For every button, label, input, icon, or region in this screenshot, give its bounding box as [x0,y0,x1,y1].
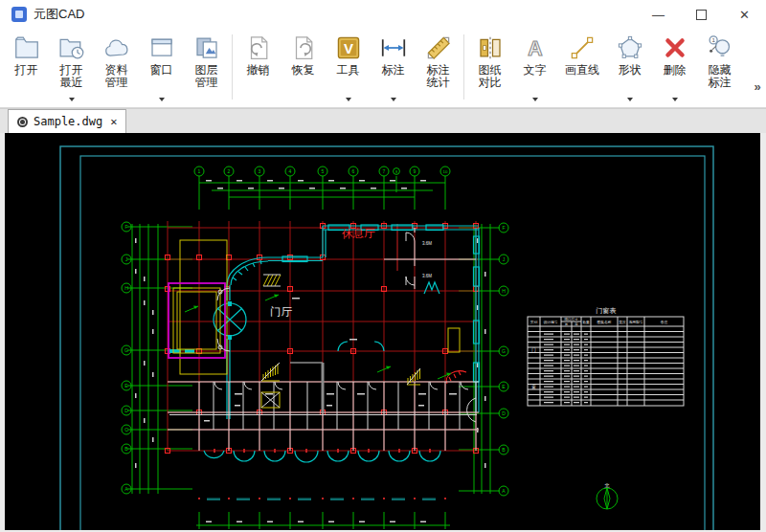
button-label: 撤销 [247,64,270,77]
dropdown-arrow-icon [627,98,633,104]
tools-button[interactable]: V 工具 [326,29,371,107]
dimension-strip-bottom [196,498,450,529]
svg-text:E: E [502,384,506,389]
svg-text:10: 10 [443,169,448,174]
open-recent-button[interactable]: 打开最近 [49,29,94,107]
dimension-button[interactable]: 标注 [371,29,416,107]
svg-text:页次: 页次 [619,320,626,324]
button-label: 管理 [105,77,128,89]
maximize-icon [696,10,707,20]
drawing-canvas[interactable]: 1 2 3 4 5 6 7 8 9 10 [5,133,760,530]
toolbar-group-file: 打开 打开最近 资料管理 [4,29,229,107]
app-window: 元图CAD — ✕ 打开 打开最近 [0,0,766,532]
window-menu-button[interactable]: 窗口 [139,29,184,107]
hide-annotation-button[interactable]: 1 隐藏标注 [697,29,742,107]
svg-text:4: 4 [289,168,292,174]
tab-close-icon[interactable]: ✕ [108,115,117,128]
rest-hall-label: 休息厅 [342,228,375,239]
dimension-icon [379,33,408,62]
svg-text:高: 高 [574,322,578,326]
toolbar-overflow-button[interactable]: » [752,79,763,94]
hide-annotation-icon: 1 [706,33,734,62]
shape-icon [616,33,644,62]
door-window-schedule: 门窗表 类别 设计编号 洞口尺寸 宽 高 数量 图集名称 页次 选用型号 备注 … [528,307,684,406]
dropdown-arrow-icon [69,98,75,104]
redo-button[interactable]: 恢复 [281,29,326,107]
button-label: 窗口 [150,64,173,77]
drawing-compare-button[interactable]: 图纸对比 [467,29,512,107]
ruler-icon [424,33,453,62]
tab-title: Sample.dwg [34,115,102,128]
svg-text:1: 1 [711,36,715,43]
svg-text:洞口尺寸: 洞口尺寸 [564,318,578,321]
shapes-button[interactable]: 形状 [607,29,652,107]
svg-text:F: F [124,224,127,230]
maximize-button[interactable] [680,0,723,29]
svg-text:G: G [124,347,128,353]
text-button[interactable]: A 文字 [512,29,557,107]
svg-text:选用型号: 选用型号 [628,320,642,324]
window-icon [147,33,176,62]
dropdown-arrow-icon [391,98,396,104]
text-icon: A [521,33,550,62]
button-label: 最近 [60,77,83,89]
dimension-stats-button[interactable]: 标注统计 [416,29,461,107]
line-icon [568,33,597,62]
svg-text:2: 2 [228,168,231,174]
svg-text:D: D [502,410,506,416]
button-label: 对比 [479,77,502,89]
button-label: 打开 [15,64,38,77]
button-label: 恢复 [292,64,315,77]
dim-label-b: 3.6M [422,274,432,278]
svg-text:图集名称: 图集名称 [597,320,611,324]
canvas-margin: 1 2 3 4 5 6 7 8 9 10 [0,133,766,532]
schedule-title: 门窗表 [597,307,617,315]
axis-grid-right: F J H G E D B A [459,223,508,496]
svg-text:C: C [124,427,128,432]
button-label: 画直线 [565,64,599,77]
button-label: 删除 [664,64,687,77]
open-button[interactable]: 打开 [4,29,49,107]
button-label: 文字 [524,64,547,77]
entrance-hall-label: 门厅 [270,306,293,318]
svg-text:3: 3 [259,168,261,174]
north-label: 北 [605,482,610,489]
cloud-icon [102,33,131,62]
layer-management-button[interactable]: 图层管理 [184,29,229,107]
data-management-button[interactable]: 资料管理 [94,29,139,107]
cad-drawing: 1 2 3 4 5 6 7 8 9 10 [5,133,760,530]
svg-text:宽: 宽 [565,322,569,326]
dropdown-arrow-icon [532,98,538,104]
toolbar-group-edit: 撤销 恢复 V 工具 [236,29,461,107]
svg-text:8: 8 [395,169,398,174]
svg-text:6: 6 [352,168,355,174]
open-folder-icon [12,33,41,62]
delete-button[interactable]: 删除 [652,29,697,107]
close-button[interactable]: ✕ [723,0,766,29]
dropdown-arrow-icon [159,98,165,104]
tab-bar: Sample.dwg ✕ [0,108,766,133]
tools-icon: V [334,33,363,62]
undo-button[interactable]: 撤销 [236,29,281,107]
dropdown-arrow-icon [672,98,678,104]
button-label: 统计 [427,77,450,89]
window-title: 元图CAD [34,6,84,23]
minimize-button[interactable]: — [637,0,680,29]
button-label: 工具 [337,64,360,77]
title-bar: 元图CAD — ✕ [0,0,766,29]
svg-text:设计编号: 设计编号 [543,320,557,324]
window-controls: — ✕ [637,0,766,29]
svg-text:H: H [502,288,506,294]
svg-text:D: D [124,408,128,413]
redo-icon [289,33,318,62]
svg-text:9: 9 [414,168,417,174]
toolbar-separator [232,34,233,100]
toolbar-separator [463,34,464,100]
svg-text:1: 1 [198,168,201,174]
north-arrow: 北 [597,482,618,509]
tab-sample-dwg[interactable]: Sample.dwg ✕ [8,109,126,133]
svg-text:B: B [502,447,506,453]
svg-text:数量: 数量 [582,321,590,324]
structural-grid [166,221,480,454]
draw-line-button[interactable]: 画直线 [557,29,607,107]
